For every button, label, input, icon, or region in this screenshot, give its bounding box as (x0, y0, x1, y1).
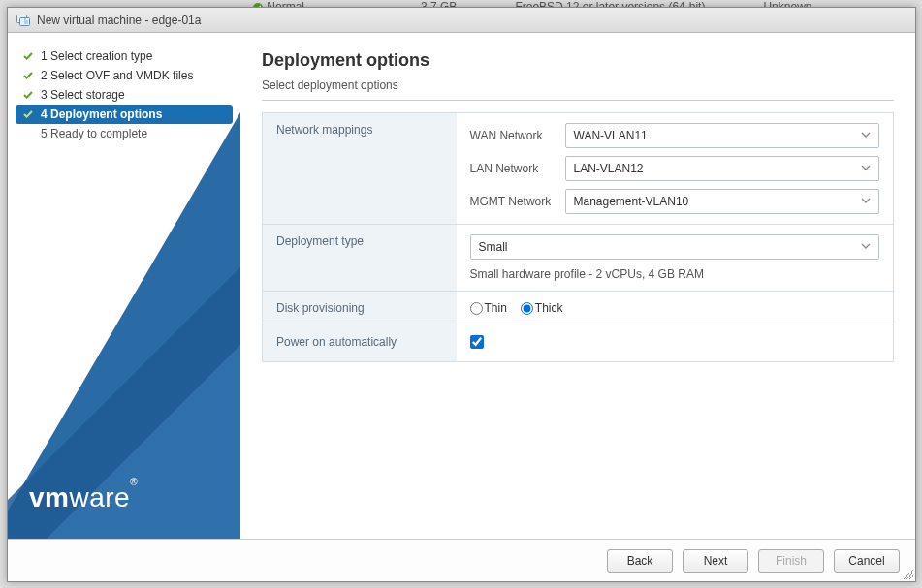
checkmark-icon (21, 70, 35, 81)
page-subtitle: Select deployment options (262, 78, 894, 101)
sidebar-art: vmware® (8, 112, 240, 539)
checkbox-power-on[interactable] (470, 335, 484, 349)
deployment-type-description: Small hardware profile - 2 vCPUs, 4 GB R… (470, 267, 880, 281)
step-select-creation-type[interactable]: 1 Select creation type (16, 46, 233, 66)
radio-thin-label: Thin (485, 301, 507, 315)
select-wan-network[interactable]: WAN-VLAN11 (565, 123, 880, 148)
chevron-down-icon (861, 130, 871, 141)
label-power-on: Power on automatically (263, 325, 457, 362)
step-select-storage[interactable]: 3 Select storage (16, 85, 233, 105)
resize-grip[interactable] (904, 570, 913, 579)
row-power-on: Power on automatically (263, 325, 894, 362)
radio-group-disk-provisioning: Thin Thick (470, 301, 880, 315)
deployment-options-form: Network mappings WAN Network WAN-VLAN11 (262, 112, 894, 362)
wizard-content: Deployment options Select deployment opt… (240, 33, 915, 539)
step-label: 2 Select OVF and VMDK files (41, 69, 193, 82)
vm-icon (16, 13, 31, 28)
step-select-ovf-vmdk[interactable]: 2 Select OVF and VMDK files (16, 66, 233, 85)
net-label-wan: WAN Network (470, 129, 557, 142)
select-mgmt-network[interactable]: Management-VLAN10 (565, 189, 880, 214)
select-value: Small (479, 240, 508, 254)
net-row-wan: WAN Network WAN-VLAN11 (470, 123, 880, 148)
dialog-titlebar[interactable]: New virtual machine - edge-01a (8, 8, 915, 33)
label-disk-provisioning: Disk provisioning (263, 292, 457, 325)
page-title: Deployment options (262, 50, 894, 71)
radio-thick[interactable]: Thick (521, 301, 563, 315)
net-row-lan: LAN Network LAN-VLAN12 (470, 156, 880, 181)
step-label: 3 Select storage (41, 88, 125, 102)
radio-thick-input[interactable] (521, 302, 533, 315)
finish-button: Finish (758, 549, 824, 573)
checkmark-icon (21, 89, 35, 101)
select-value: Management-VLAN10 (574, 195, 689, 208)
select-value: LAN-VLAN12 (574, 162, 644, 175)
label-network-mappings: Network mappings (263, 113, 457, 225)
chevron-down-icon (861, 196, 871, 207)
wizard-dialog: New virtual machine - edge-01a 1 Select … (7, 7, 916, 582)
radio-thin-input[interactable] (470, 302, 483, 315)
vmware-logo: vmware® (29, 482, 138, 513)
chevron-down-icon (861, 163, 871, 174)
radio-thin[interactable]: Thin (470, 301, 507, 315)
row-disk-provisioning: Disk provisioning Thin Thick (263, 292, 894, 325)
next-button-label: Next (704, 554, 728, 568)
net-label-lan: LAN Network (470, 162, 557, 175)
chevron-down-icon (861, 241, 871, 253)
label-deployment-type: Deployment type (263, 225, 457, 292)
radio-thick-label: Thick (535, 301, 563, 315)
select-deployment-type[interactable]: Small (470, 234, 880, 260)
net-row-mgmt: MGMT Network Management-VLAN10 (470, 189, 880, 214)
back-button[interactable]: Back (607, 549, 673, 573)
wizard-footer: Back Next Finish Cancel (8, 539, 915, 581)
back-button-label: Back (627, 554, 653, 568)
cancel-button-label: Cancel (848, 554, 884, 568)
wizard-sidebar: 1 Select creation type 2 Select OVF and … (8, 33, 240, 539)
row-deployment-type: Deployment type Small Small hardware pro… (263, 225, 894, 292)
finish-button-label: Finish (776, 554, 807, 568)
cancel-button[interactable]: Cancel (834, 549, 900, 573)
row-network-mappings: Network mappings WAN Network WAN-VLAN11 (263, 113, 894, 225)
select-lan-network[interactable]: LAN-VLAN12 (565, 156, 880, 181)
net-label-mgmt: MGMT Network (470, 195, 557, 208)
dialog-title: New virtual machine - edge-01a (37, 14, 201, 27)
select-value: WAN-VLAN11 (574, 129, 648, 142)
next-button[interactable]: Next (683, 549, 748, 573)
checkmark-icon (21, 50, 35, 62)
step-label: 1 Select creation type (41, 49, 152, 63)
